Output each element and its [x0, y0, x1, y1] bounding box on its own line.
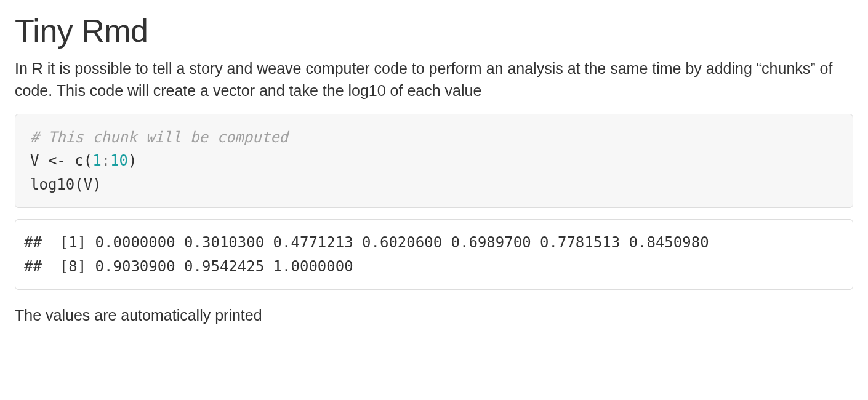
closing-paragraph: The values are automatically printed: [15, 305, 853, 327]
output-chunk: ## [1] 0.0000000 0.3010300 0.4771213 0.6…: [15, 219, 853, 290]
code-num-1: 1: [92, 152, 101, 169]
code-num-2: 10: [110, 152, 128, 169]
code-chunk: # This chunk will be computed V <- c(1:1…: [15, 114, 853, 208]
code-colon: :: [102, 152, 110, 169]
code-line-2a: V <- c(: [30, 152, 92, 169]
code-line-2b: ): [128, 152, 137, 169]
code-line-3: log10(V): [30, 176, 102, 193]
intro-paragraph: In R it is possible to tell a story and …: [15, 58, 853, 102]
page-title: Tiny Rmd: [15, 12, 853, 49]
code-comment: # This chunk will be computed: [30, 129, 288, 146]
